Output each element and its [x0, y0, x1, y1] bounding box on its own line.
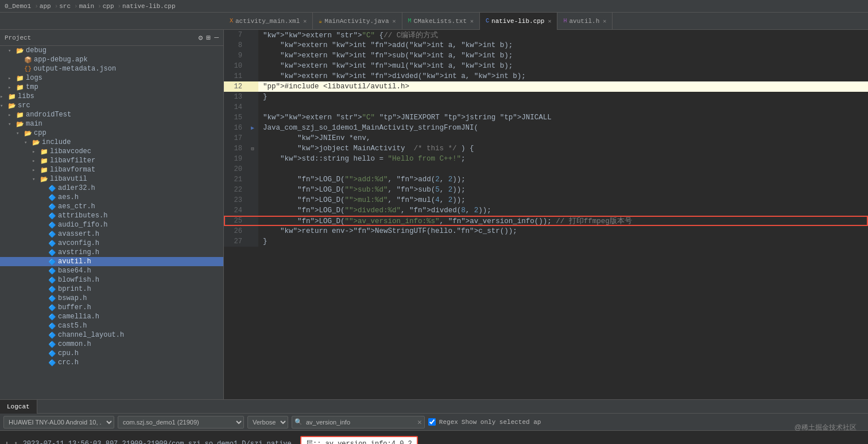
line-gutter-7 [247, 30, 258, 40]
tree-item-debug[interactable]: ▾📂debug [0, 46, 223, 55]
tab-label-activity_main: activity_main.xml [235, 18, 300, 25]
line-number-25: 25 [224, 216, 247, 226]
device-select[interactable]: HUAWEI TNY-AL00 Android 10, . [3, 416, 114, 429]
tree-item-aes[interactable]: 🔷aes.h [0, 193, 223, 202]
tree-item-libs[interactable]: ▸📁libs [0, 92, 223, 101]
tree-arrow-tmp: ▸ [8, 84, 16, 91]
logcat-tab[interactable]: Logcat [0, 400, 37, 414]
tree-item-crc[interactable]: 🔷crc.h [0, 358, 223, 367]
code-line-24: 24 "fn">LOG_D("">divded:%d", "fn">divded… [224, 205, 868, 216]
tree-label-bprint: bprint.h [58, 285, 91, 293]
sidebar-collapse-icon[interactable]: — [214, 33, 219, 42]
tree-item-adler32[interactable]: 🔷adler32.h [0, 184, 223, 193]
tree-item-src[interactable]: ▾📂src [0, 101, 223, 110]
line-gutter-15 [247, 112, 258, 123]
code-text-25: "fn">LOG_D("">av_version_info:%s", "fn">… [263, 216, 632, 226]
tree-item-avconfig[interactable]: 🔷avconfig.h [0, 239, 223, 248]
tree-item-buffer[interactable]: 🔷buffer.h [0, 303, 223, 312]
tree-item-output-metadata[interactable]: {}output-metadata.json [0, 64, 223, 73]
tree-item-cpp[interactable]: ▾📂cpp [0, 128, 223, 138]
tree-item-bswap[interactable]: 🔷bswap.h [0, 294, 223, 303]
package-select[interactable]: com.szj.so_demo1 (21909) [118, 416, 244, 429]
tree-item-base64[interactable]: 🔷base64.h [0, 266, 223, 275]
tab-avutil[interactable]: Havutil.h✕ [557, 13, 613, 30]
logcat-panel: Logcat HUAWEI TNY-AL00 Android 10, . com… [0, 399, 868, 444]
logcat-header-row: Logcat [0, 400, 868, 414]
tree-item-attributes[interactable]: 🔷attributes.h [0, 211, 223, 220]
logcat-search-input[interactable] [303, 416, 417, 429]
line-content-9: "kw">extern "kw">int "fn">sub("kw">int a… [258, 50, 868, 61]
tree-item-tmp[interactable]: ▸📁tmp [0, 83, 223, 92]
sidebar-expand-icon[interactable]: ⊞ [206, 33, 211, 42]
breadcrumb-cpp[interactable]: cpp [103, 3, 114, 10]
logcat-search-icon: 🔍 [294, 418, 303, 426]
breadcrumb-src[interactable]: src [59, 3, 71, 10]
tab-nativelib[interactable]: Cnative-lib.cpp✕ [480, 13, 557, 30]
tab-cmakelists[interactable]: MCMakeLists.txt✕ [402, 13, 480, 30]
tree-label-channel_layout: channel_layout.h [58, 331, 124, 339]
tree-item-cast5[interactable]: 🔷cast5.h [0, 321, 223, 330]
breadcrumb-project[interactable]: 0_Demo1 [5, 3, 31, 10]
tree-item-avstring[interactable]: 🔷avstring.h [0, 248, 223, 257]
tree-item-androidTest[interactable]: ▸📁androidTest [0, 110, 223, 119]
line-content-25: "fn">LOG_D("">av_version_info:%s", "fn">… [258, 216, 868, 226]
tree-item-bprint[interactable]: 🔷bprint.h [0, 285, 223, 294]
fold-icon[interactable]: ⊟ [251, 146, 254, 152]
tree-arrow-src: ▾ [0, 103, 8, 109]
level-select[interactable]: Verbose [247, 416, 288, 429]
tree-item-libavcodec[interactable]: ▸📁libavcodec [0, 147, 223, 156]
breadcrumb-file[interactable]: native-lib.cpp [122, 3, 175, 10]
tab-close-cmakelists[interactable]: ✕ [470, 18, 474, 25]
line-number-26: 26 [224, 226, 247, 236]
file-icon-include: 📂 [32, 139, 40, 146]
tree-arrow [40, 323, 48, 329]
tab-close-activity_main[interactable]: ✕ [303, 18, 307, 25]
tree-item-camellia[interactable]: 🔷camellia.h [0, 312, 223, 321]
tab-close-nativelib[interactable]: ✕ [548, 18, 551, 25]
tree-arrow-debug: ▾ [8, 48, 16, 54]
tree-item-include[interactable]: ▾📂include [0, 138, 223, 147]
file-icon-avassert: 🔷 [48, 231, 56, 238]
file-icon-aes: 🔷 [48, 194, 56, 201]
tab-label-cmakelists: CMakeLists.txt [414, 18, 467, 25]
tree-item-cpu[interactable]: 🔷cpu.h [0, 349, 223, 358]
tree-item-libavutil[interactable]: ▾📂libavutil [0, 174, 223, 184]
breadcrumb-main[interactable]: main [79, 3, 94, 10]
line-content-26: "kw">return env->"fn">NewStringUTF(hello… [258, 226, 868, 236]
tab-close-avutil[interactable]: ✕ [603, 18, 606, 25]
watermark: @稀土掘金技术社区 [795, 423, 857, 433]
file-icon-androidTest: 📁 [16, 111, 24, 119]
file-icon-cpu: 🔷 [48, 350, 56, 357]
tree-item-audio_fifo[interactable]: 🔷audio_fifo.h [0, 220, 223, 229]
tab-label-avutil: avutil.h [569, 18, 600, 25]
sidebar-settings-icon[interactable]: ⚙ [199, 33, 203, 42]
logcat-panel-title: Logcat [7, 403, 30, 410]
line-number-22: 22 [224, 185, 247, 195]
tree-item-logs[interactable]: ▸📁logs [0, 73, 223, 83]
tree-arrow-libavfilter: ▸ [32, 158, 40, 164]
tree-item-libavfilter[interactable]: ▸📁libavfilter [0, 156, 223, 165]
tree-item-aes_ctr[interactable]: 🔷aes_ctr.h [0, 202, 223, 211]
tree-item-blowfish[interactable]: 🔷blowfish.h [0, 275, 223, 285]
tree-item-libavformat[interactable]: ▸📁libavformat [0, 165, 223, 174]
regex-checkbox[interactable] [428, 418, 436, 426]
breadcrumb-app[interactable]: app [40, 3, 51, 10]
project-sidebar: Project ⚙ ⊞ — ▾📂debug 📦app-debug.apk {}o… [0, 30, 224, 399]
tab-close-mainactivity[interactable]: ✕ [393, 18, 396, 25]
line-gutter-24 [247, 205, 258, 216]
line-gutter-19 [247, 154, 258, 164]
tab-mainactivity[interactable]: ☕MainActivity.java✕ [313, 13, 402, 30]
line-content-10: "kw">extern "kw">int "fn">mul("kw">int a… [258, 61, 868, 71]
tree-item-avassert[interactable]: 🔷avassert.h [0, 229, 223, 239]
code-editor[interactable]: 7"kw">"kw">extern "str">"C" {// C编译的方式8 … [224, 30, 868, 399]
tree-item-main[interactable]: ▾📂main [0, 119, 223, 128]
tree-item-common[interactable]: 🔷common.h [0, 340, 223, 349]
tab-icon-nativelib: C [486, 18, 489, 24]
tree-item-channel_layout[interactable]: 🔷channel_layout.h [0, 330, 223, 340]
tab-activity_main[interactable]: Xactivity_main.xml✕ [224, 13, 313, 30]
logcat-search-clear[interactable]: ✕ [417, 418, 422, 427]
tree-item-avutil[interactable]: 🔷avutil.h [0, 257, 223, 266]
line-content-24: "fn">LOG_D("">divded:%d", "fn">divded(8,… [258, 205, 868, 216]
tree-label-audio_fifo: audio_fifo.h [58, 221, 107, 229]
tree-item-app-debug[interactable]: 📦app-debug.apk [0, 55, 223, 64]
